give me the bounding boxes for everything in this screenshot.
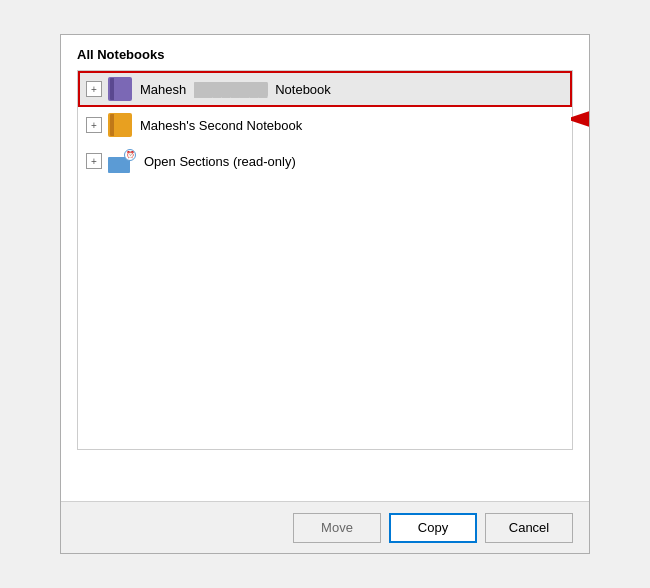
notebook-icon-purple bbox=[108, 77, 132, 101]
move-button[interactable]: Move bbox=[293, 513, 381, 543]
notebook-icon-yellow bbox=[108, 113, 132, 137]
book-spine-1 bbox=[110, 78, 114, 100]
notebook-item-2[interactable]: + Mahesh's Second Notebook bbox=[78, 107, 572, 143]
notebook-label-3: Open Sections (read-only) bbox=[144, 154, 296, 169]
dialog-footer: Move Copy Cancel bbox=[61, 501, 589, 553]
expand-btn-1[interactable]: + bbox=[86, 81, 102, 97]
sections-icon: ⏰ bbox=[108, 149, 136, 173]
dialog-content: All Notebooks + Mahesh ████████ Notebook bbox=[61, 35, 589, 501]
book-icon-2 bbox=[110, 114, 130, 136]
all-notebooks-dialog: All Notebooks + Mahesh ████████ Notebook bbox=[60, 34, 590, 554]
book-icon-1 bbox=[110, 78, 130, 100]
cancel-button[interactable]: Cancel bbox=[485, 513, 573, 543]
notebook-item-3[interactable]: + ⏰ Open Sections (read-only) bbox=[78, 143, 572, 179]
section-title: All Notebooks bbox=[77, 47, 573, 62]
copy-button[interactable]: Copy bbox=[389, 513, 477, 543]
notebook-item-1[interactable]: + Mahesh ████████ Notebook bbox=[78, 71, 572, 107]
clock-icon: ⏰ bbox=[124, 149, 136, 161]
expand-btn-2[interactable]: + bbox=[86, 117, 102, 133]
notebook-label-1: Mahesh ████████ Notebook bbox=[140, 82, 331, 97]
notebook-list-container: + Mahesh ████████ Notebook + bbox=[77, 70, 573, 450]
book-spine-2 bbox=[110, 114, 114, 136]
red-arrow-annotation bbox=[571, 84, 589, 158]
redacted-text: ████████ bbox=[194, 82, 268, 97]
notebook-label-2: Mahesh's Second Notebook bbox=[140, 118, 302, 133]
expand-btn-3[interactable]: + bbox=[86, 153, 102, 169]
notebook-list[interactable]: + Mahesh ████████ Notebook + bbox=[77, 70, 573, 450]
